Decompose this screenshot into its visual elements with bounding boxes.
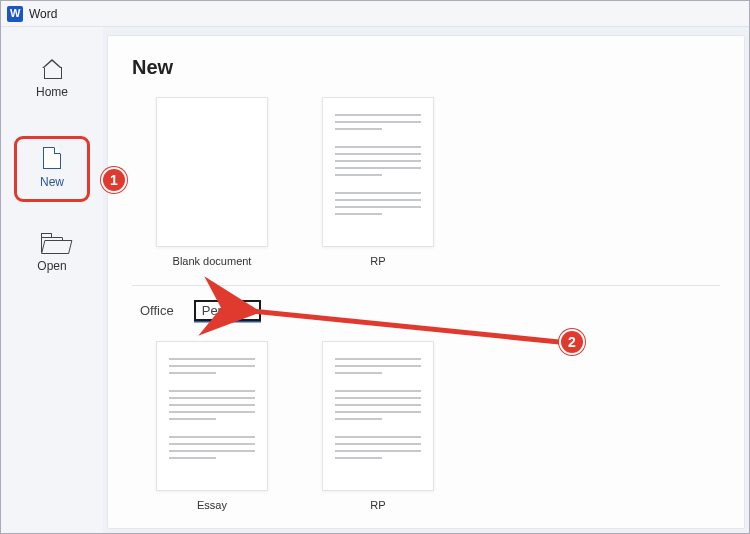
template-label: Essay <box>197 499 227 511</box>
featured-templates-row: Blank document RP <box>132 97 720 267</box>
main-panel: New Blank document RP Office Personal <box>107 35 745 529</box>
template-label: RP <box>370 255 385 267</box>
template-thumbnail <box>322 97 434 247</box>
template-blank-document[interactable]: Blank document <box>156 97 268 267</box>
folder-open-icon <box>41 237 63 253</box>
sidebar-nav: Home New Open <box>1 27 103 281</box>
sidebar-item-open[interactable]: Open <box>19 231 85 281</box>
annotation-callout-2: 2 <box>559 329 585 355</box>
template-thumbnail <box>156 341 268 491</box>
template-thumbnail <box>322 341 434 491</box>
annotation-callout-1: 1 <box>101 167 127 193</box>
template-label: Blank document <box>173 255 252 267</box>
template-thumbnail <box>156 97 268 247</box>
sidebar-item-label: Home <box>36 85 68 99</box>
sidebar: Home New Open <box>1 27 103 533</box>
template-rp-personal[interactable]: RP <box>322 341 434 511</box>
page-title: New <box>132 56 720 79</box>
tab-personal[interactable]: Personal <box>194 300 261 321</box>
sidebar-item-label: New <box>40 175 64 189</box>
tab-office[interactable]: Office <box>136 301 178 320</box>
new-document-icon <box>43 147 61 169</box>
title-bar: Word <box>1 1 749 27</box>
app-title: Word <box>29 7 57 21</box>
personal-templates-row: Essay RP <box>132 341 720 511</box>
window: Word Home New Open New Blank docum <box>0 0 750 534</box>
template-essay[interactable]: Essay <box>156 341 268 511</box>
word-app-icon <box>7 6 23 22</box>
template-rp[interactable]: RP <box>322 97 434 267</box>
sidebar-item-label: Open <box>37 259 66 273</box>
template-source-tabs: Office Personal <box>132 300 720 321</box>
section-divider <box>132 285 720 286</box>
home-icon <box>41 59 63 79</box>
template-label: RP <box>370 499 385 511</box>
sidebar-item-home[interactable]: Home <box>19 53 85 107</box>
sidebar-item-new[interactable]: New <box>19 141 85 197</box>
